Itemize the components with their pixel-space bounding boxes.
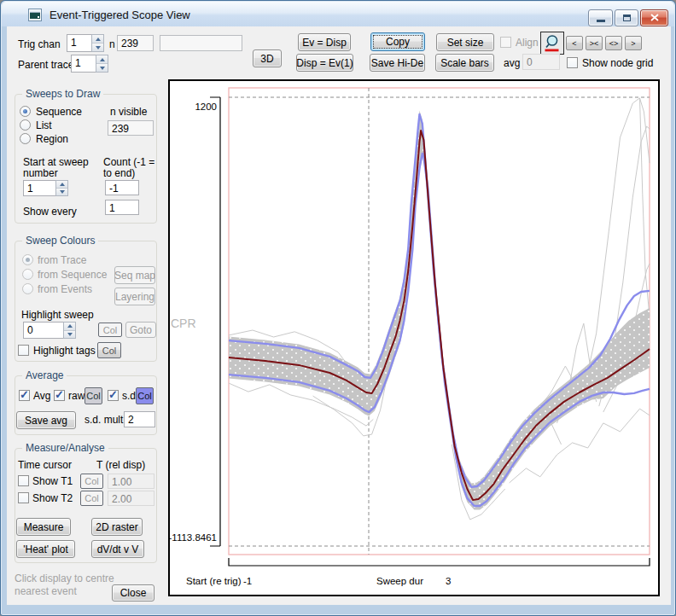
- highlight-col-button[interactable]: Col: [98, 323, 122, 337]
- sd-checkbox[interactable]: ✓: [108, 390, 119, 401]
- show-t1-label: Show T1: [32, 475, 73, 487]
- parent-trace-up[interactable]: [96, 55, 108, 63]
- maximize-button[interactable]: [615, 9, 638, 26]
- dvdt-button[interactable]: dV/dt v V: [91, 540, 144, 558]
- magnifier-icon: [543, 33, 562, 53]
- region-label: Region: [36, 133, 68, 145]
- n-visible-label: n visible: [110, 106, 147, 118]
- count-field[interactable]: -1: [105, 180, 139, 195]
- trig-chan-spinner[interactable]: 1: [67, 34, 104, 52]
- avg-checkbox[interactable]: ✓: [19, 390, 30, 401]
- highlight-sweep-spinner[interactable]: 0: [23, 322, 76, 339]
- t1-col-button[interactable]: Col: [80, 474, 103, 489]
- arrow-up-icon: [60, 183, 65, 186]
- title-bar[interactable]: Event-Triggered Scope View: [2, 2, 674, 26]
- show-every-field[interactable]: 1: [105, 200, 139, 215]
- note-line-2: nearest event: [15, 585, 77, 597]
- seq-map-button[interactable]: Seq map: [114, 266, 155, 284]
- trig-chan-label: Trig chan: [18, 38, 61, 50]
- x-dur-value: 3: [446, 576, 451, 586]
- note-line-1: Click display to centre: [15, 572, 114, 584]
- parent-trace-label: Parent trace: [18, 59, 73, 71]
- sequence-radio[interactable]: [20, 106, 31, 117]
- save-avg-button[interactable]: Save avg: [16, 411, 76, 429]
- 2d-raster-button[interactable]: 2D raster: [91, 518, 143, 536]
- start-sweep-down[interactable]: [56, 188, 67, 195]
- from-trace-label: from Trace: [38, 254, 86, 266]
- check-icon: ✓: [55, 388, 64, 401]
- arrow-up-icon: [67, 324, 73, 328]
- highlight-tags-checkbox[interactable]: [18, 345, 29, 356]
- arrow-down-icon: [67, 333, 73, 336]
- sd-col-button[interactable]: Col: [136, 387, 154, 404]
- t2-field: 2.00: [108, 491, 154, 506]
- t-rel-disp-label: T (rel disp): [96, 459, 145, 471]
- layering-button[interactable]: Layering: [114, 288, 155, 305]
- t2-col-button[interactable]: Col: [80, 491, 103, 506]
- raw-checkbox[interactable]: ✓: [54, 390, 65, 401]
- scale-bars-button[interactable]: Scale bars: [435, 54, 494, 72]
- copy-button[interactable]: Copy: [370, 32, 425, 51]
- trig-chan-up[interactable]: [92, 35, 103, 43]
- avg-count-field: 0: [522, 54, 560, 70]
- highlight-tags-label: Highlight tags: [33, 345, 96, 357]
- align-checkbox[interactable]: [500, 37, 511, 48]
- disp-ev-button[interactable]: Disp = Ev(1): [296, 54, 353, 72]
- from-sequence-radio[interactable]: [22, 269, 33, 280]
- nav-expand-button[interactable]: <>: [605, 36, 622, 50]
- start-sweep-up[interactable]: [56, 181, 67, 188]
- show-t2-label: Show T2: [32, 492, 73, 504]
- x-dur-label: Sweep dur: [376, 576, 423, 586]
- check-icon: ✓: [20, 388, 29, 401]
- raw-col-button[interactable]: Col: [84, 387, 102, 404]
- heat-plot-button[interactable]: 'Heat' plot: [16, 540, 75, 558]
- maximize-icon: [623, 15, 631, 21]
- region-radio[interactable]: [20, 133, 31, 144]
- tags-col-button[interactable]: Col: [97, 342, 121, 358]
- app-icon: [28, 9, 42, 21]
- raw-cb-label: raw: [68, 390, 84, 402]
- n-visible-field: 239: [108, 120, 154, 136]
- close-button[interactable]: Close: [112, 584, 154, 601]
- highlight-sweep-down[interactable]: [64, 330, 75, 339]
- avg-label: avg: [504, 57, 520, 69]
- from-trace-radio[interactable]: [22, 254, 33, 265]
- save-hi-def-button[interactable]: Save Hi-De: [370, 54, 425, 72]
- start-sweep-label-1: Start at sweep: [23, 156, 89, 168]
- count-label-1: Count (-1 =: [103, 156, 154, 168]
- start-sweep-spinner[interactable]: 1: [23, 180, 68, 196]
- from-events-radio[interactable]: [22, 283, 33, 294]
- show-t1-checkbox[interactable]: [18, 475, 29, 486]
- arrow-up-icon: [100, 58, 105, 61]
- aux-field: [160, 35, 242, 51]
- highlight-sweep-label: Highlight sweep: [21, 309, 94, 321]
- parent-trace-down[interactable]: [96, 63, 108, 72]
- show-t2-checkbox[interactable]: [18, 492, 29, 503]
- ev-disp-button[interactable]: Ev = Disp: [298, 33, 351, 51]
- y-max-label: 1200: [195, 102, 217, 112]
- nav-next-button[interactable]: >: [625, 36, 642, 50]
- nav-centre-button[interactable]: ><: [586, 36, 603, 50]
- list-radio[interactable]: [20, 119, 31, 131]
- x-start-value: -1: [243, 576, 252, 586]
- goto-button[interactable]: Goto: [125, 322, 156, 338]
- measure-button[interactable]: Measure: [16, 518, 71, 536]
- zoom-toggle-button[interactable]: [540, 32, 564, 55]
- 3d-button[interactable]: 3D: [253, 49, 282, 67]
- nav-prev-button[interactable]: <: [566, 36, 583, 50]
- parent-trace-spinner[interactable]: 1: [71, 55, 108, 73]
- arrow-up-icon: [96, 38, 101, 41]
- scope-display[interactable]: 1200 -1113.8461 CPR Start (re trig) -1 S…: [168, 79, 660, 596]
- trig-chan-down[interactable]: [92, 43, 103, 51]
- sd-mult-field[interactable]: 2: [124, 411, 155, 427]
- highlight-sweep-up[interactable]: [64, 323, 75, 330]
- show-every-label: Show every: [23, 206, 77, 218]
- arrow-down-icon: [60, 190, 65, 194]
- minimize-button[interactable]: [588, 9, 613, 26]
- show-node-grid-checkbox[interactable]: [567, 57, 578, 68]
- scope-view-window: Event-Triggered Scope View Trig chan 1 n…: [0, 0, 676, 616]
- close-window-button[interactable]: [640, 9, 668, 26]
- channel-label: CPR: [171, 317, 196, 330]
- set-size-button[interactable]: Set size: [436, 33, 494, 51]
- average-caption: Average: [22, 369, 67, 381]
